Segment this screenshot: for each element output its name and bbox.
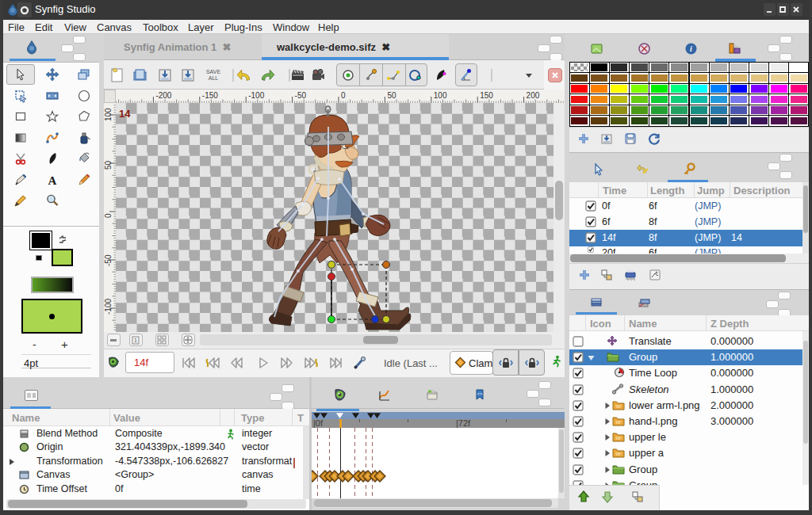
svg-text:50: 50 [387, 91, 396, 100]
svg-text:-150: -150 [202, 91, 218, 100]
svg-text:-200: -200 [155, 91, 171, 100]
svg-text:A: A [48, 174, 57, 186]
svg-text:0: 0 [104, 213, 113, 218]
svg-text:150: 150 [480, 91, 493, 100]
svg-text:-50: -50 [104, 254, 113, 266]
svg-text:1: 1 [134, 338, 137, 343]
svg-text:50: 50 [104, 160, 113, 170]
svg-text:<>: <> [477, 391, 483, 396]
svg-text:0: 0 [341, 91, 346, 100]
svg-text:i: i [690, 44, 692, 53]
svg-text:-100: -100 [104, 299, 113, 315]
svg-text:-50: -50 [295, 91, 307, 100]
svg-text:100: 100 [434, 91, 447, 100]
svg-text:100: 100 [104, 108, 113, 121]
svg-text:200: 200 [527, 91, 540, 100]
svg-text:-100: -100 [248, 91, 264, 100]
